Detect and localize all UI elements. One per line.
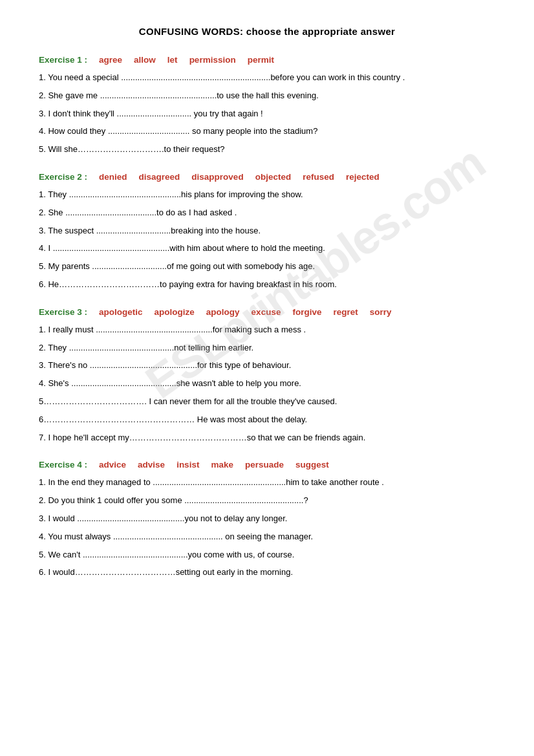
sentence-4-3: 3. I would .............................… xyxy=(39,512,495,526)
sentence-1-4: 4. How could they ......................… xyxy=(39,125,495,138)
sentence-2-6: 6. He………………………………to paying extra for hav… xyxy=(39,278,495,292)
sentence-4-2: 2. Do you think 1 could offer you some .… xyxy=(39,494,495,508)
word-option-1-5: permit xyxy=(248,55,274,65)
word-option-1-4: permission xyxy=(189,55,236,65)
sentence-4-5: 5. We can't ............................… xyxy=(39,548,495,562)
page-title: CONFUSING WORDS: choose the appropriate … xyxy=(39,26,495,37)
sentence-1-2: 2. She gave me .........................… xyxy=(39,89,495,103)
exercise-block-3: Exercise 3 :apologeticapologizeapologyex… xyxy=(39,307,495,445)
exercise-block-1: Exercise 1 :agreeallowletpermissionpermi… xyxy=(39,55,495,157)
sentence-3-2: 2. They ................................… xyxy=(39,341,495,355)
sentence-3-5: 5………………………………. I can never them for all … xyxy=(39,395,495,409)
word-option-3-1: apologetic xyxy=(99,307,143,317)
word-option-2-2: disagreed xyxy=(139,172,180,182)
exercise-header-3: Exercise 3 :apologeticapologizeapologyex… xyxy=(39,307,495,317)
sentence-2-5: 5. My parents ..........................… xyxy=(39,260,495,274)
word-option-4-1: advice xyxy=(99,460,126,470)
exercise-label-3: Exercise 3 : xyxy=(39,307,87,317)
sentence-2-1: 1. They ................................… xyxy=(39,188,495,202)
word-option-3-7: sorry xyxy=(370,307,392,317)
sentence-1-1: 1. You need a special ..................… xyxy=(39,71,495,85)
exercise-header-4: Exercise 4 :adviceadviseinsistmakepersua… xyxy=(39,460,495,470)
word-option-2-1: denied xyxy=(99,172,127,182)
word-option-1-2: allow xyxy=(134,55,156,65)
exercise-header-1: Exercise 1 :agreeallowletpermissionpermi… xyxy=(39,55,495,65)
exercise-block-2: Exercise 2 :denieddisagreeddisapprovedob… xyxy=(39,172,495,292)
word-option-4-6: suggest xyxy=(295,460,329,470)
exercise-label-4: Exercise 4 : xyxy=(39,460,87,470)
word-option-2-4: objected xyxy=(255,172,292,182)
exercise-header-2: Exercise 2 :denieddisagreeddisapprovedob… xyxy=(39,172,495,182)
sentence-3-3: 3. There's no ..........................… xyxy=(39,359,495,373)
sentence-2-3: 3. The suspect .........................… xyxy=(39,224,495,238)
sentence-3-1: 1. I really must .......................… xyxy=(39,323,495,337)
sentence-4-1: 1. In the end they managed to ..........… xyxy=(39,476,495,490)
sentence-1-5: 5. Will she………………………….to their request? xyxy=(39,143,495,157)
sentence-4-4: 4. You must always .....................… xyxy=(39,530,495,544)
word-option-2-3: disapproved xyxy=(191,172,243,182)
sentence-2-2: 2. She .................................… xyxy=(39,206,495,220)
word-option-3-2: apologize xyxy=(155,307,195,317)
word-option-2-6: rejected xyxy=(346,172,379,182)
word-option-3-3: apology xyxy=(206,307,240,317)
word-option-4-4: make xyxy=(211,460,233,470)
word-option-3-6: regret xyxy=(333,307,358,317)
word-option-2-5: refused xyxy=(303,172,334,182)
sentence-3-4: 4. She's ...............................… xyxy=(39,377,495,391)
word-option-1-1: agree xyxy=(99,55,122,65)
exercise-block-4: Exercise 4 :adviceadviseinsistmakepersua… xyxy=(39,460,495,579)
sentence-2-4: 4. I ...................................… xyxy=(39,242,495,255)
word-option-3-5: forgive xyxy=(292,307,321,317)
word-option-3-4: excuse xyxy=(251,307,281,317)
sentence-3-7: 7. I hope he'll accept my……………………………………s… xyxy=(39,431,495,445)
sentence-4-6: 6. I would………………………………setting out early … xyxy=(39,566,495,579)
exercise-label-1: Exercise 1 : xyxy=(39,55,87,65)
sentence-3-6: 6……………………………………………… He was most about th… xyxy=(39,413,495,427)
exercise-label-2: Exercise 2 : xyxy=(39,172,87,182)
word-option-4-5: persuade xyxy=(245,460,284,470)
sentence-1-3: 3. I don't think they'll ...............… xyxy=(39,107,495,121)
word-option-4-3: insist xyxy=(176,460,199,470)
word-option-4-2: advise xyxy=(138,460,165,470)
word-option-1-3: let xyxy=(167,55,178,65)
